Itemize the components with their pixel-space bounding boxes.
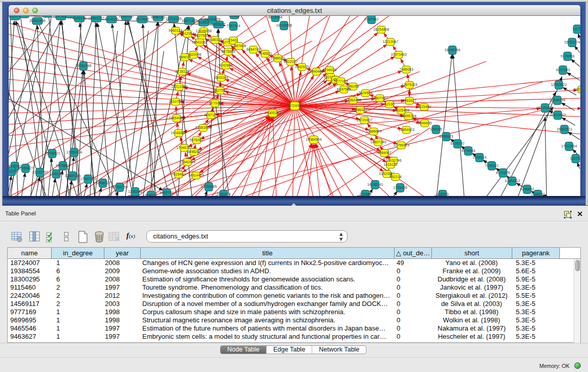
svg-text:17359924: 17359924 xyxy=(66,150,82,154)
svg-text:9215935: 9215935 xyxy=(538,106,552,110)
svg-text:10853217: 10853217 xyxy=(88,16,104,20)
svg-text:12975115: 12975115 xyxy=(402,83,418,86)
svg-text:8938923: 8938923 xyxy=(439,135,453,138)
svg-text:9699695: 9699695 xyxy=(418,121,431,125)
svg-text:15692921: 15692921 xyxy=(556,127,572,131)
svg-text:1184202: 1184202 xyxy=(531,192,545,196)
svg-text:19384554: 19384554 xyxy=(306,138,321,141)
svg-text:8454749: 8454749 xyxy=(246,48,260,51)
svg-text:2087682: 2087682 xyxy=(364,17,378,21)
svg-text:15720407: 15720407 xyxy=(356,118,372,122)
svg-text:16154808: 16154808 xyxy=(373,28,389,31)
svg-text:20053346: 20053346 xyxy=(75,64,91,68)
svg-text:12213967: 12213967 xyxy=(382,40,398,43)
svg-text:1145139: 1145139 xyxy=(50,172,63,176)
svg-text:3875685: 3875685 xyxy=(221,50,235,53)
svg-text:9227343: 9227343 xyxy=(556,68,570,72)
svg-text:6497568: 6497568 xyxy=(337,87,351,91)
svg-text:2935114: 2935114 xyxy=(473,156,487,159)
svg-text:2867608: 2867608 xyxy=(232,44,246,48)
svg-text:8471676: 8471676 xyxy=(496,171,510,174)
svg-text:12213369: 12213369 xyxy=(171,85,187,89)
svg-text:7485063: 7485063 xyxy=(399,68,413,71)
svg-text:20991406: 20991406 xyxy=(29,19,45,23)
svg-text:6794028: 6794028 xyxy=(322,68,336,72)
svg-text:12093822: 12093822 xyxy=(551,83,567,86)
svg-text:2718126: 2718126 xyxy=(175,70,189,73)
svg-text:9777169: 9777169 xyxy=(334,79,347,83)
svg-text:117006: 117006 xyxy=(209,101,221,105)
svg-text:1292346: 1292346 xyxy=(128,190,142,193)
svg-text:9474444: 9474444 xyxy=(461,149,475,152)
svg-text:221483: 221483 xyxy=(359,192,371,196)
svg-text:10025433: 10025433 xyxy=(393,108,409,112)
svg-text:8912954: 8912954 xyxy=(180,32,194,35)
svg-text:62160: 62160 xyxy=(384,102,395,106)
svg-text:90185: 90185 xyxy=(229,16,239,17)
svg-text:3913312: 3913312 xyxy=(9,169,19,173)
svg-text:7914520: 7914520 xyxy=(104,17,118,21)
svg-text:8427552: 8427552 xyxy=(213,89,227,92)
svg-text:16553267: 16553267 xyxy=(118,16,134,18)
svg-text:12142737: 12142737 xyxy=(32,170,48,174)
svg-text:16033809: 16033809 xyxy=(204,17,220,21)
svg-text:19654985: 19654985 xyxy=(168,116,184,120)
svg-text:21364436: 21364436 xyxy=(345,98,361,102)
svg-text:6466160: 6466160 xyxy=(151,16,165,19)
svg-text:12640994: 12640994 xyxy=(179,160,195,164)
svg-text:18724007: 18724007 xyxy=(287,104,302,107)
svg-text:1362615: 1362615 xyxy=(295,65,309,69)
svg-text:9245652: 9245652 xyxy=(520,187,534,191)
svg-text:12353594: 12353594 xyxy=(195,126,211,129)
svg-text:12444159: 12444159 xyxy=(549,98,565,102)
svg-text:10607487: 10607487 xyxy=(372,96,387,100)
svg-text:14914459: 14914459 xyxy=(188,173,204,177)
svg-text:10719155: 10719155 xyxy=(165,17,181,20)
svg-text:9242848: 9242848 xyxy=(219,63,232,67)
svg-text:116753: 116753 xyxy=(570,157,580,160)
svg-text:5578352: 5578352 xyxy=(189,138,203,142)
svg-text:9146821: 9146821 xyxy=(258,52,272,55)
svg-text:852214: 852214 xyxy=(389,175,401,179)
svg-text:13654923: 13654923 xyxy=(398,128,414,132)
svg-text:989017: 989017 xyxy=(179,55,190,59)
svg-text:3267110: 3267110 xyxy=(204,113,218,117)
svg-text:7632621: 7632621 xyxy=(485,164,498,167)
svg-text:7357224: 7357224 xyxy=(226,24,240,28)
svg-text:3624554: 3624554 xyxy=(358,91,372,95)
svg-text:1990448: 1990448 xyxy=(309,70,323,73)
svg-text:16671355: 16671355 xyxy=(181,19,197,23)
svg-text:9463627: 9463627 xyxy=(402,99,416,102)
svg-text:16782759: 16782759 xyxy=(112,185,127,189)
svg-text:10973493: 10973493 xyxy=(390,53,406,56)
svg-text:25300283: 25300283 xyxy=(265,111,280,115)
svg-text:16543362: 16543362 xyxy=(191,40,207,44)
svg-text:6479197: 6479197 xyxy=(450,142,464,145)
svg-text:12505135: 12505135 xyxy=(64,174,80,178)
svg-text:9129966: 9129966 xyxy=(560,54,574,58)
svg-text:17957225: 17957225 xyxy=(80,177,96,181)
svg-text:10756923: 10756923 xyxy=(393,143,409,147)
svg-text:1588520: 1588520 xyxy=(271,56,285,60)
svg-text:14495794: 14495794 xyxy=(400,114,416,118)
svg-text:15751074: 15751074 xyxy=(564,40,580,44)
svg-text:16210643: 16210643 xyxy=(550,113,565,117)
svg-text:1186307: 1186307 xyxy=(63,16,77,16)
svg-text:9975867: 9975867 xyxy=(56,164,70,167)
svg-text:231150: 231150 xyxy=(19,16,31,16)
svg-text:1031674: 1031674 xyxy=(216,192,230,196)
svg-text:15461: 15461 xyxy=(228,38,238,42)
svg-text:14138141: 14138141 xyxy=(367,183,383,186)
svg-text:7986322: 7986322 xyxy=(353,108,367,112)
svg-text:10654112: 10654112 xyxy=(505,179,520,183)
svg-text:7625402: 7625402 xyxy=(171,172,185,176)
svg-text:18807249: 18807249 xyxy=(370,140,386,144)
svg-text:918253: 918253 xyxy=(437,192,448,196)
svg-text:1733426: 1733426 xyxy=(393,186,407,189)
svg-text:1810755: 1810755 xyxy=(168,100,182,103)
svg-text:16648784: 16648784 xyxy=(444,48,460,52)
svg-text:804511: 804511 xyxy=(145,193,157,196)
svg-text:20206521: 20206521 xyxy=(44,151,60,155)
svg-text:17010504: 17010504 xyxy=(561,144,577,148)
svg-text:9457791: 9457791 xyxy=(160,191,173,194)
